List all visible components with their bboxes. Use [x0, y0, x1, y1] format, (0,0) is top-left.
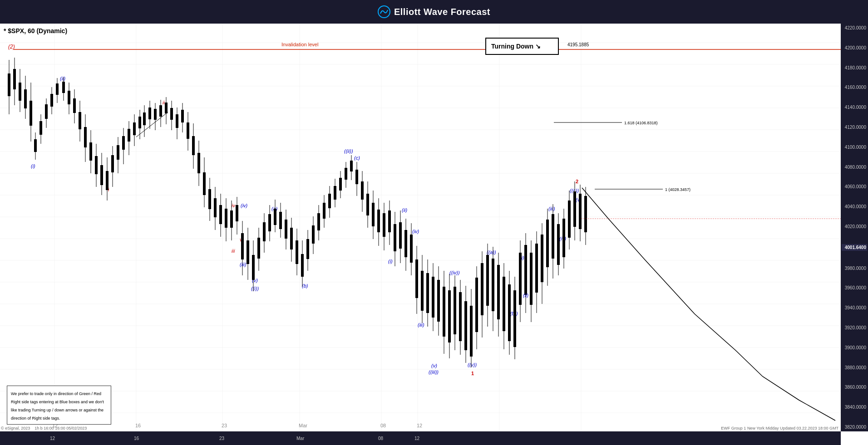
svg-text:16: 16	[135, 423, 141, 428]
svg-rect-177	[345, 168, 347, 180]
price-4120: 4120.0000	[842, 125, 867, 130]
svg-text:((i)): ((i))	[251, 286, 259, 291]
svg-rect-93	[143, 112, 146, 125]
svg-rect-150	[274, 209, 276, 225]
svg-rect-74	[95, 156, 98, 174]
svg-rect-100	[159, 105, 162, 117]
svg-rect-211	[421, 271, 424, 311]
svg-rect-224	[448, 290, 451, 342]
svg-rect-241	[486, 255, 489, 306]
svg-rect-114	[197, 153, 200, 173]
price-4080: 4080.0000	[842, 165, 867, 170]
svg-rect-192	[377, 210, 380, 232]
svg-text:1 (4028.3457): 1 (4028.3457)	[665, 187, 690, 192]
time-12: 12	[50, 436, 55, 441]
svg-rect-88	[133, 122, 136, 135]
svg-text:(v): (v)	[431, 363, 437, 368]
svg-rect-128	[230, 210, 233, 228]
price-4100: 4100.0000	[842, 145, 867, 150]
svg-text:(iv): (iv)	[412, 229, 419, 234]
svg-text:((iv)): ((iv))	[449, 270, 460, 275]
svg-rect-181	[350, 161, 353, 171]
svg-rect-147	[268, 214, 271, 231]
svg-text:((iii)): ((iii))	[429, 369, 439, 375]
svg-rect-71	[89, 142, 92, 161]
bottom-left-info: © eSignal, 2023 1h b 16:00 16:00 05/02/2…	[1, 426, 87, 430]
price-4200: 4200.0000	[842, 45, 867, 50]
svg-text:((v)): ((v))	[468, 362, 477, 367]
svg-rect-56	[50, 94, 53, 107]
svg-rect-1	[0, 24, 841, 431]
svg-rect-167	[317, 213, 320, 230]
svg-rect-163	[306, 239, 309, 259]
price-3880: 3880.0000	[842, 365, 867, 370]
svg-rect-252	[513, 290, 516, 347]
chart-timeframe-info: 1h b 16:00 16:00 05/02/2023	[35, 426, 87, 430]
svg-rect-185	[361, 181, 364, 200]
svg-text:23: 23	[222, 423, 227, 428]
svg-rect-156	[290, 228, 293, 249]
svg-rect-171	[328, 194, 331, 208]
svg-rect-84	[122, 136, 125, 150]
svg-text:08: 08	[380, 423, 386, 428]
svg-rect-232	[464, 301, 467, 350]
logo-icon	[378, 5, 390, 18]
svg-rect-279	[568, 200, 571, 238]
svg-rect-82	[117, 145, 119, 160]
svg-rect-49	[34, 139, 37, 152]
svg-rect-196	[388, 210, 391, 232]
svg-rect-161	[301, 254, 304, 277]
svg-text:12: 12	[417, 423, 422, 428]
price-4220: 4220.0000	[842, 25, 867, 30]
svg-text:ii: ii	[163, 100, 165, 105]
svg-rect-110	[187, 122, 189, 139]
svg-rect-183	[355, 170, 358, 184]
svg-rect-69	[84, 127, 87, 147]
svg-rect-218	[437, 280, 440, 322]
price-4060: 4060.0000	[842, 184, 867, 189]
svg-text:(iii): (iii)	[418, 322, 424, 328]
svg-rect-264	[541, 235, 543, 282]
svg-text:(iii): (iii)	[548, 206, 555, 211]
svg-text:(ii): (ii)	[402, 207, 408, 213]
price-3840: 3840.0000	[842, 405, 867, 410]
header: Elliott Wave Forecast	[0, 0, 868, 24]
svg-rect-41	[13, 69, 16, 89]
svg-rect-285	[584, 196, 587, 232]
chart-svg: Invalidation level (2) 4195.1885 Turning…	[0, 24, 841, 431]
price-4040: 4040.0000	[842, 204, 867, 209]
svg-rect-134	[241, 233, 244, 259]
svg-rect-248	[503, 277, 505, 331]
svg-rect-104	[170, 108, 173, 120]
svg-rect-194	[383, 213, 385, 237]
price-4180: 4180.0000	[842, 65, 867, 70]
svg-rect-124	[225, 209, 227, 228]
svg-rect-54	[45, 104, 48, 119]
svg-rect-199	[394, 224, 396, 251]
svg-rect-234	[470, 306, 473, 357]
svg-rect-222	[443, 287, 445, 337]
svg-text:Invalidation level: Invalidation level	[281, 42, 318, 47]
svg-rect-267	[546, 220, 549, 267]
svg-text:(ii): (ii)	[523, 293, 529, 298]
svg-rect-112	[192, 136, 195, 155]
time-16: 16	[134, 436, 139, 441]
svg-text:(iii): (iii)	[240, 262, 247, 267]
svg-rect-47	[30, 101, 32, 126]
svg-rect-272	[557, 224, 560, 265]
price-3980: 3980.0000	[842, 266, 867, 271]
svg-text:Mar: Mar	[299, 423, 307, 428]
esignal-credit: © eSignal, 2023	[1, 426, 30, 430]
price-3900: 3900.0000	[842, 345, 867, 350]
svg-rect-86	[128, 129, 130, 142]
svg-rect-152	[279, 212, 282, 229]
price-3940: 3940.0000	[842, 305, 867, 310]
price-4160: 4160.0000	[842, 85, 867, 90]
svg-rect-257	[524, 245, 527, 295]
bottom-right-info: EWF Group 1 New York Midday Updated 03.2…	[721, 426, 838, 430]
disclaimer-text: We prefer to trade only in direction of …	[11, 391, 104, 421]
svg-rect-108	[181, 110, 184, 122]
svg-rect-189	[372, 203, 375, 226]
svg-text:(i): (i)	[388, 259, 393, 264]
price-4140: 4140.0000	[842, 105, 867, 110]
